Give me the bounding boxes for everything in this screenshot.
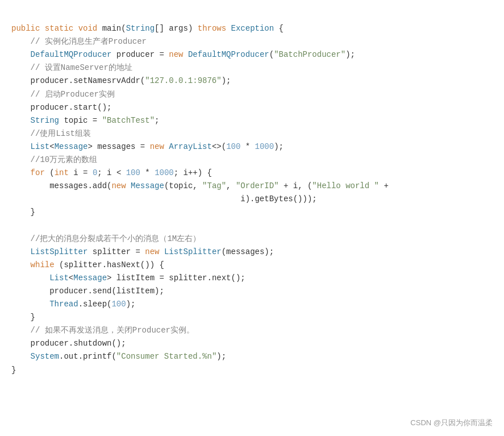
line-26: System.out.printf("Consumer Started.%n")… [11,352,226,361]
line-11: //10万元素的数组 [11,155,97,164]
watermark: CSDN @只因为你而温柔 [410,417,493,429]
line-8: String topic = "BatchTest"; [11,116,159,125]
code-container: public static void main(String[] args) t… [0,0,504,436]
line-19: while (splitter.hasNext()) { [11,260,164,269]
line-17: //把大的消息分裂成若干个小的消息（1M左右） [11,234,201,243]
line-10: List<Message> messages = new ArrayList<>… [11,142,284,151]
line-25: producer.shutdown(); [11,339,126,348]
line-2: // 实例化消息生产者Producer [11,37,147,46]
line-20: List<Message> listItem = splitter.next()… [11,273,245,283]
line-9: //使用List组装 [11,129,91,138]
code-block: public static void main(String[] args) t… [11,9,493,390]
line-21: producer.send(listItem); [11,286,164,296]
line-22: Thread.sleep(100); [11,300,135,309]
line-15: } [11,207,35,217]
line-4: // 设置NameServer的地址 [11,63,132,72]
line-14: i).getBytes())); [11,194,317,204]
line-7: producer.start(); [11,103,111,112]
line-13: messages.add(new Message(topic, "Tag", "… [11,181,389,190]
line-24: // 如果不再发送消息，关闭Producer实例。 [11,326,194,335]
line-5: producer.setNamesrvAddr("127.0.0.1:9876"… [11,76,231,85]
line-12: for (int i = 0; i < 100 * 1000; i++) { [11,168,212,177]
line-23: } [11,313,35,322]
line-27: } [11,366,16,375]
line-3: DefaultMQProducer producer = new Default… [11,50,355,59]
line-1: public static void main(String[] args) t… [11,24,284,33]
line-6: // 启动Producer实例 [11,90,115,99]
line-18: ListSplitter splitter = new ListSplitter… [11,247,274,256]
